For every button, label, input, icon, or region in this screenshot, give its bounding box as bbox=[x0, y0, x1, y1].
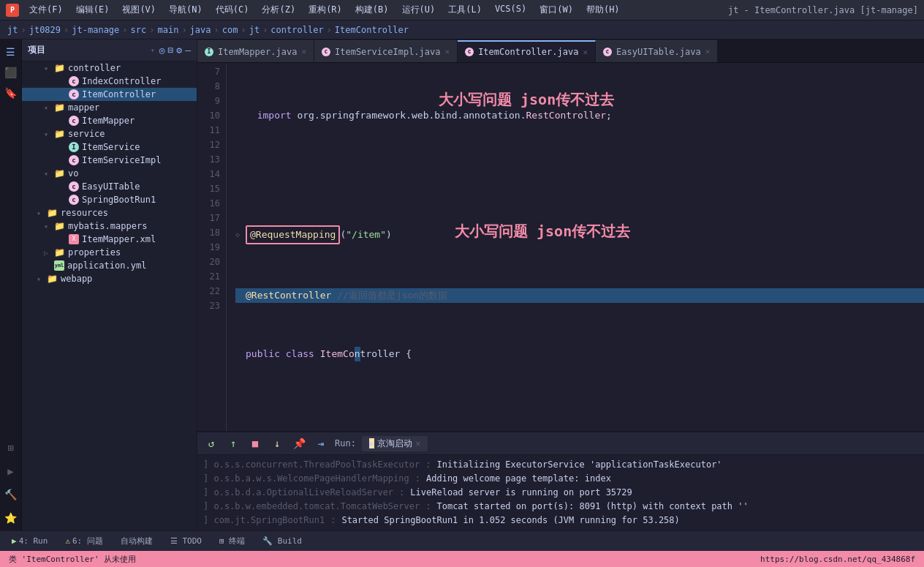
build-strip-icon[interactable]: 🔨 bbox=[1, 485, 20, 504]
tree-item-mybatis[interactable]: ▾ 📁 mybatis.mappers bbox=[22, 219, 197, 233]
build-btn[interactable]: 🔧 Build bbox=[257, 535, 308, 547]
tree-item-webapp[interactable]: ▾ 📁 webapp bbox=[22, 272, 197, 285]
tree-item-easyuitable[interactable]: c EasyUITable bbox=[22, 180, 197, 193]
status-area: 类 'ItemController' 从未使用 https://blog.csd… bbox=[0, 551, 924, 567]
tree-item-itemserviceimpl[interactable]: c ItemServiceImpl bbox=[22, 154, 197, 167]
tree-item-indexcontroller[interactable]: c IndexController bbox=[22, 75, 197, 88]
breadcrumb-item[interactable]: java bbox=[190, 25, 211, 35]
menu-item[interactable]: 窗口(W) bbox=[534, 2, 579, 18]
structure-icon[interactable]: ⬛ bbox=[1, 63, 20, 82]
menu-item[interactable]: 导航(N) bbox=[163, 2, 208, 18]
run-tab[interactable]: ▶ 京淘启动 ✕ bbox=[362, 436, 428, 451]
folder-icon: 📁 bbox=[54, 168, 65, 179]
project-icon[interactable]: ☰ bbox=[1, 42, 20, 61]
tab-java-c-icon: c bbox=[322, 48, 330, 56]
floating-annotation: 大小写问题 json传不过去 bbox=[439, 92, 614, 107]
menu-item[interactable]: 视图(V) bbox=[116, 2, 162, 18]
breadcrumb-separator: › bbox=[122, 25, 127, 35]
menu-item[interactable]: 构建(B) bbox=[349, 2, 395, 18]
line-numbers: 7 8 9 10 11 12 13 14 15 16 17 18 19 20 2… bbox=[197, 63, 227, 431]
locate-icon[interactable]: ◎ bbox=[159, 45, 165, 56]
tree-item-controller[interactable]: ▾ 📁 controller bbox=[22, 61, 197, 75]
tab-bar: I ItemMapper.java ✕ c ItemServiceImpl.ja… bbox=[197, 40, 924, 63]
menu-item[interactable]: VCS(S) bbox=[489, 2, 532, 18]
breadcrumb-separator: › bbox=[241, 25, 246, 35]
editor-area: I ItemMapper.java ✕ c ItemServiceImpl.ja… bbox=[197, 40, 924, 530]
breadcrumb-item[interactable]: ItemController bbox=[335, 25, 409, 35]
run-log-row: ] com.jt.SpringBootRun1 : Started Spring… bbox=[203, 514, 918, 527]
run-scroll-down-btn[interactable]: ↓ bbox=[269, 435, 285, 451]
sidebar-title: 项目 bbox=[28, 44, 146, 56]
tree-item-itemcontroller[interactable]: c ItemController bbox=[22, 88, 197, 101]
tree-item-itemmapper[interactable]: c ItemMapper bbox=[22, 114, 197, 127]
tab-close-icon[interactable]: ✕ bbox=[583, 48, 588, 57]
menu-item[interactable]: 运行(U) bbox=[396, 2, 442, 18]
run-strip-icon[interactable]: ▶ bbox=[1, 462, 20, 481]
menu-item[interactable]: 重构(R) bbox=[303, 2, 348, 18]
menu-item[interactable]: 文件(F) bbox=[23, 2, 69, 18]
tree-item-application-yml[interactable]: yml application.yml bbox=[22, 259, 197, 272]
breadcrumb-separator: › bbox=[64, 25, 69, 35]
project-tree-panel: 项目 ▾ ◎ ⊟ ⚙ — ▾ 📁 controller bbox=[22, 40, 197, 530]
java-class-icon: c bbox=[69, 116, 79, 126]
run-pin-btn[interactable]: 📌 bbox=[291, 435, 307, 451]
terminal-btn[interactable]: ⊞ 终端 bbox=[213, 534, 251, 548]
terminal-strip-icon[interactable]: ⊞ bbox=[1, 438, 20, 457]
auto-build-btn[interactable]: 自动构建 bbox=[115, 534, 159, 548]
tab-itemcontroller[interactable]: c ItemController.java ✕ bbox=[458, 40, 596, 62]
tree-item-mapper[interactable]: ▾ 📁 mapper bbox=[22, 101, 197, 114]
breadcrumb-item[interactable]: jt bbox=[7, 25, 18, 35]
tree-item-resources[interactable]: ▾ 📁 resources bbox=[22, 206, 197, 219]
url-text: https://blog.csdn.net/qq_434868f bbox=[760, 555, 915, 564]
menu-item[interactable]: 编辑(E) bbox=[70, 2, 116, 18]
tab-close-icon[interactable]: ✕ bbox=[301, 47, 306, 56]
run-scroll-up-btn[interactable]: ↑ bbox=[225, 435, 241, 451]
breadcrumb-item[interactable]: com bbox=[222, 25, 238, 35]
settings-gear-icon[interactable]: ⚙ bbox=[176, 45, 182, 56]
tab-itemserviceimpl[interactable]: c ItemServiceImpl.java ✕ bbox=[314, 40, 458, 62]
collapse-icon[interactable]: ⊟ bbox=[168, 45, 174, 56]
tree-item-service[interactable]: ▾ 📁 service bbox=[22, 127, 197, 140]
breadcrumb-item[interactable]: controller bbox=[270, 25, 323, 35]
breadcrumb-item[interactable]: jt bbox=[249, 25, 260, 35]
folder-icon: 📁 bbox=[47, 274, 58, 284]
run-wrap-btn[interactable]: ⇥ bbox=[313, 435, 329, 451]
folder-icon: 📁 bbox=[54, 63, 65, 73]
menu-item[interactable]: 分析(Z) bbox=[256, 2, 301, 18]
tree-item-itemservice[interactable]: I ItemService bbox=[22, 140, 197, 154]
breadcrumb: jt › jt0829 › jt-manage › src › main › j… bbox=[0, 20, 924, 40]
run-restart-btn[interactable]: ↺ bbox=[203, 435, 219, 451]
tab-close-icon[interactable]: ✕ bbox=[705, 47, 711, 56]
todo-btn[interactable]: ☰ TODO bbox=[164, 535, 208, 547]
menu-item[interactable]: 帮助(H) bbox=[580, 2, 626, 18]
problem-toolbar-btn[interactable]: ⚠ 6: 问题 bbox=[59, 534, 109, 548]
tab-close-icon[interactable]: ✕ bbox=[445, 47, 450, 56]
tree-item-vo[interactable]: ▾ 📁 vo bbox=[22, 167, 197, 180]
code-content[interactable]: import org.springframework.web.bind.anno… bbox=[227, 63, 924, 431]
breadcrumb-item[interactable]: main bbox=[157, 25, 178, 35]
run-stop-btn[interactable]: ■ bbox=[247, 435, 263, 451]
folder-icon: 📁 bbox=[47, 208, 58, 218]
code-editor[interactable]: 7 8 9 10 11 12 13 14 15 16 17 18 19 20 2… bbox=[197, 63, 924, 431]
breadcrumb-item[interactable]: jt-manage bbox=[72, 25, 119, 35]
run-log-row: ] o.s.b.w.embedded.tomcat.TomcatWebServe… bbox=[203, 500, 918, 514]
run-tab-label: 京淘启动 bbox=[377, 438, 412, 450]
breadcrumb-item[interactable]: jt0829 bbox=[29, 25, 61, 35]
breadcrumb-item[interactable]: src bbox=[131, 25, 147, 35]
bookmarks-icon[interactable]: 🔖 bbox=[1, 83, 20, 102]
tree-item-itemmapper-xml[interactable]: X ItemMapper.xml bbox=[22, 233, 197, 246]
hide-icon[interactable]: — bbox=[185, 45, 191, 56]
run-toolbar-btn[interactable]: ▶ 4: Run bbox=[6, 535, 53, 547]
problem-toolbar-label: 6: 问题 bbox=[72, 536, 103, 547]
java-class-icon: c bbox=[69, 195, 79, 205]
tab-easyuitable[interactable]: c EasyUITable.java ✕ bbox=[596, 40, 718, 62]
menu-item[interactable]: 代码(C) bbox=[210, 2, 255, 18]
git-strip-icon[interactable]: ⭐ bbox=[1, 508, 20, 527]
menu-item[interactable]: 工具(L) bbox=[442, 2, 488, 18]
tree-item-properties[interactable]: ▷ 📁 properties bbox=[22, 246, 197, 259]
tab-itemmapper[interactable]: I ItemMapper.java ✕ bbox=[197, 40, 314, 62]
tree-container: ▾ 📁 controller c IndexController c ItemC… bbox=[22, 61, 197, 285]
tab-java-i-icon: I bbox=[205, 48, 213, 56]
tree-item-springbootrun1[interactable]: c SpringBootRun1 bbox=[22, 193, 197, 206]
run-tab-close-icon[interactable]: ✕ bbox=[415, 438, 420, 448]
